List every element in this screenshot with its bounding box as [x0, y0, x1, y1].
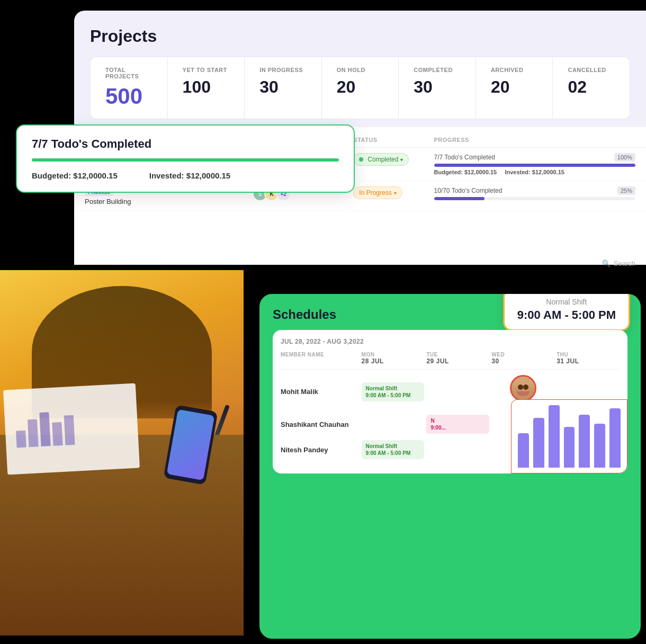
chart-bar — [549, 405, 560, 468]
photo-section — [0, 270, 244, 636]
photo-bg — [0, 270, 244, 636]
search-bar[interactable]: 🔍 Search — [602, 260, 635, 267]
chart-bar — [518, 433, 529, 468]
stat-label-total: TOTAL PROJECTS — [105, 67, 152, 79]
stat-value-total: 500 — [105, 84, 152, 109]
search-label: Search — [614, 260, 635, 267]
progress-bar-bg — [434, 197, 635, 200]
status-cell: In Progress ▾ — [353, 186, 434, 199]
tooltip-budgeted-value: $12,0000.15 — [73, 171, 117, 180]
todo-text: 7/7 Todo's Completed — [434, 154, 495, 161]
stat-label-ip: IN PROGRESS — [259, 67, 307, 73]
chart-bar — [564, 427, 575, 468]
progress-bar-bg — [434, 164, 635, 167]
chart-bar — [609, 408, 621, 468]
stat-completed[interactable]: COMPLETED 30 — [399, 57, 476, 119]
stat-value-canc: 02 — [568, 77, 615, 97]
member-avatar-photo — [510, 375, 536, 401]
tooltip-invested-value: $12,0000.15 — [186, 171, 230, 180]
invested-label: Invested: — [505, 169, 532, 175]
tooltip-budget-row: Budgeted: $12,0000.15 Invested: $12,0000… — [32, 171, 339, 180]
face-shape — [512, 377, 535, 400]
stat-label-yts: YET TO START — [183, 67, 230, 73]
tooltip-invested: Invested: $12,0000.15 — [149, 171, 230, 180]
schedule-table: JUL 28, 2022 - AUG 3,2022 MEMBER NAME MO… — [273, 330, 627, 473]
tooltip-budgeted: Budgeted: $12,0000.15 — [32, 171, 118, 180]
schedule-header: MEMBER NAME MON 28 JUL TUE 29 JUL WED 30… — [281, 352, 620, 370]
date-range: JUL 28, 2022 - AUG 3,2022 — [281, 338, 620, 345]
stat-value-comp: 30 — [414, 77, 461, 97]
chart-bar — [594, 424, 605, 468]
stats-row: TOTAL PROJECTS 500 YET TO START 100 IN P… — [90, 57, 630, 119]
normal-shift-label: Normal Shift — [517, 298, 616, 306]
budgeted-label: Budgeted: — [434, 169, 464, 175]
bar-chart-overlay — [511, 399, 627, 473]
tooltip-budgeted-label: Budgeted: — [32, 171, 71, 180]
stat-on-hold[interactable]: ON HOLD 20 — [322, 57, 399, 119]
budgeted-value: $12,0000.15 — [464, 169, 497, 175]
normal-shift-card: Normal Shift 9:00 AM - 5:00 PM — [503, 294, 630, 331]
project-name: Poster Building — [85, 198, 253, 205]
shift-badge: Normal Shift9:00 AM - 5:00 PM — [362, 382, 425, 401]
progress-cell: 7/7 Todo's Completed 100% Budgeted: $12,… — [434, 153, 635, 175]
col-header-progress: PROGRESS — [434, 137, 635, 143]
todo-text: 10/70 Todo's Completed — [434, 187, 503, 194]
search-icon: 🔍 — [602, 260, 611, 267]
stat-in-progress[interactable]: IN PROGRESS 30 — [245, 57, 322, 119]
stat-label-arch: ARCHIVED — [491, 67, 538, 73]
paper-1 — [3, 383, 140, 475]
stat-value-ip: 30 — [259, 77, 307, 97]
col-thu: THU 31 JUL — [557, 352, 620, 365]
status-badge[interactable]: Completed ▾ — [353, 153, 409, 166]
budget-info: Budgeted: $12,0000.15 Invested: $12,0000… — [434, 169, 635, 175]
chart-bar — [579, 415, 590, 468]
progress-cell: 10/70 Todo's Completed 25% — [434, 186, 635, 200]
progress-percent: 25% — [617, 186, 635, 195]
col-mon: MON 28 JUL — [362, 352, 425, 365]
tooltip-card: 7/7 Todo's Completed Budgeted: $12,0000.… — [16, 124, 355, 193]
progress-bar-fill — [434, 164, 635, 167]
invested-value: $12,0000.15 — [532, 169, 564, 175]
status-cell: Completed ▾ — [353, 153, 434, 166]
chevron-down-icon: ▾ — [400, 157, 403, 163]
tooltip-title: 7/7 Todo's Completed — [32, 137, 339, 151]
page-title: Projects — [90, 26, 630, 46]
phone-screen — [167, 409, 214, 480]
stat-label-comp: COMPLETED — [414, 67, 461, 73]
status-dot — [359, 157, 363, 162]
normal-shift-time: 9:00 AM - 5:00 PM — [517, 308, 616, 322]
chart-bar — [533, 418, 544, 468]
stat-label-canc: CANCELLED — [568, 67, 615, 73]
progress-percent: 100% — [614, 153, 635, 162]
stat-total-projects[interactable]: TOTAL PROJECTS 500 — [91, 57, 168, 119]
stat-value-yts: 100 — [183, 77, 230, 97]
status-text: In Progress — [359, 189, 391, 196]
stat-value-arch: 20 — [491, 77, 538, 97]
col-wed: WED 30 — [491, 352, 554, 365]
stat-cancelled[interactable]: CANCELLED 02 — [553, 57, 630, 119]
tooltip-invested-label: Invested: — [149, 171, 184, 180]
stat-label-oh: ON HOLD — [337, 67, 384, 73]
member-name: Shashikant Chauhan — [281, 421, 360, 428]
shift-badge: Normal Shift9:00 AM - 5:00 PM — [362, 440, 425, 459]
chevron-down-icon: ▾ — [394, 190, 397, 196]
shift-badge: N9:00... — [426, 415, 489, 434]
tooltip-progress-bar — [32, 158, 339, 162]
col-tue: TUE 29 JUL — [426, 352, 489, 365]
status-text: Completed — [367, 156, 398, 163]
stat-archived[interactable]: ARCHIVED 20 — [476, 57, 553, 119]
status-badge[interactable]: In Progress ▾ — [353, 186, 402, 199]
col-header-status: STATUS — [353, 137, 434, 143]
schedules-section: Normal Shift 9:00 AM - 5:00 PM Schedules… — [259, 294, 641, 639]
stat-yet-to-start[interactable]: YET TO START 100 — [168, 57, 245, 119]
member-name: Mohit Malik — [281, 388, 360, 396]
col-member-name: MEMBER NAME — [281, 352, 360, 365]
member-name: Nitesh Pandey — [281, 446, 360, 454]
stat-value-oh: 20 — [337, 77, 384, 97]
progress-bar-fill — [434, 197, 484, 200]
